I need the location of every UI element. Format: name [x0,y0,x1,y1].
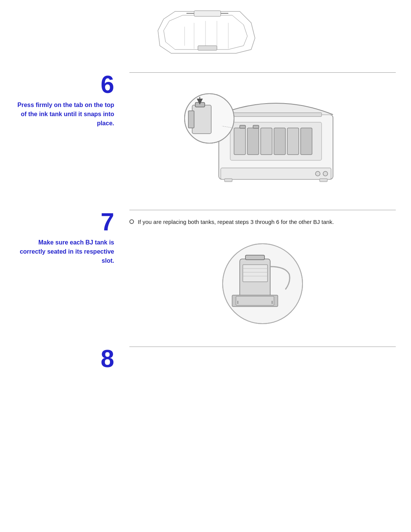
svg-rect-17 [253,125,259,128]
svg-rect-0 [194,11,221,16]
svg-rect-18 [230,113,322,117]
step-6-content [129,80,396,191]
step-6-section: 6 Press firmly on the tab on the top of … [0,65,411,202]
svg-point-20 [315,171,320,176]
step-8-right [122,347,396,375]
svg-rect-25 [195,102,205,107]
step-7-number: 7 [100,210,114,234]
svg-rect-37 [245,255,264,260]
step-7-bullet-text: If you are replacing both tanks, repeat … [138,218,334,227]
svg-rect-14 [287,128,299,155]
svg-rect-40 [236,296,274,305]
bullet-dot [129,219,134,224]
svg-rect-16 [240,125,245,128]
step-8-left: 8 [15,347,122,375]
step-6-image [129,84,396,191]
step-8-divider [129,347,396,347]
step-6-illustration [181,84,344,191]
step-7-illustration [209,236,316,328]
step-6-description: Press firmly on the tab on the top of th… [15,101,114,128]
svg-rect-8 [221,168,331,179]
svg-rect-6 [198,46,217,50]
step-7-description: Make sure each BJ tank is correctly seat… [15,238,114,265]
step-7-left: 7 Make sure each BJ tank is correctly se… [15,210,122,328]
svg-point-19 [323,171,328,176]
step-8-number: 8 [100,347,114,371]
top-image-section [0,0,411,65]
svg-rect-15 [301,128,312,155]
step-7-section: 7 Make sure each BJ tank is correctly se… [0,202,411,339]
svg-rect-21 [225,179,232,182]
svg-rect-11 [247,128,259,155]
svg-rect-13 [274,128,285,155]
step-6-number: 6 [100,72,114,97]
step-7-divider [129,210,396,210]
step-7-content: If you are replacing both tanks, repeat … [129,218,396,328]
svg-rect-33 [243,265,268,282]
page-container: 6 Press firmly on the tab on the top of … [0,0,411,386]
svg-rect-27 [188,111,194,128]
step-7-image [129,236,396,328]
svg-rect-22 [320,179,327,182]
step-7-right: If you are replacing both tanks, repeat … [122,210,396,328]
step-8-section: 8 [0,339,411,386]
svg-rect-12 [261,128,272,155]
step-6-divider [129,72,396,73]
step-7-bullet: If you are replacing both tanks, repeat … [129,218,396,227]
step-6-right [122,72,396,191]
svg-rect-10 [234,128,245,155]
svg-rect-24 [192,105,211,134]
top-image [152,8,259,57]
step-6-left: 6 Press firmly on the tab on the top of … [15,72,122,191]
